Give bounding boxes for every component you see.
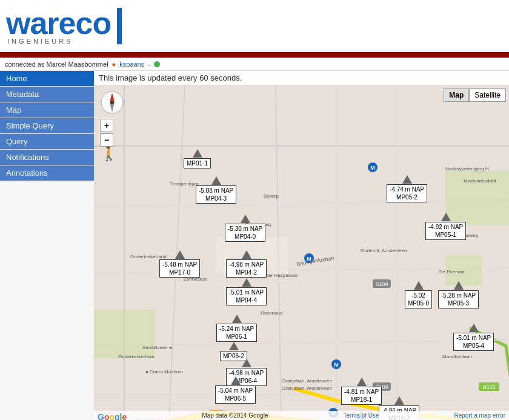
compass-svg (100, 90, 124, 115)
svg-text:Amstelveen ●: Amstelveen ● (142, 345, 172, 350)
logo-wareco: wareco (6, 7, 111, 39)
svg-text:● Cobra Museum: ● Cobra Museum (145, 369, 183, 375)
header: wareco INGENIEURS (0, 0, 509, 55)
zoom-out-button[interactable]: − (100, 133, 113, 147)
compass-control[interactable] (100, 90, 124, 115)
svg-text:Bijdorp: Bijdorp (264, 193, 279, 199)
sidebar-item-map-label: Map (6, 105, 21, 115)
sidebar-item-metadata[interactable]: Metadata (0, 87, 94, 102)
svg-text:Trompenburg: Trompenburg (170, 181, 199, 187)
sidebar-item-annotations-label: Annotations (6, 168, 48, 178)
marker-mp18-1[interactable]: -4.81 m NAP MP18-1 (341, 378, 382, 405)
map-type-satellite-button[interactable]: Satellite (469, 88, 506, 102)
svg-rect-11 (94, 310, 155, 358)
map-data-label: Map data ©2014 Google (202, 412, 268, 420)
report-link[interactable]: Report a map error (454, 412, 505, 420)
marker-mp05-4[interactable]: -5.01 m NAP MP05-4 (453, 324, 494, 351)
session-icon: ● (112, 61, 116, 68)
svg-text:De Evenaar: De Evenaar (439, 269, 465, 275)
sidebar-item-home-label: Home (6, 74, 27, 83)
svg-text:N522: N522 (482, 384, 496, 390)
map-container[interactable]: M M M M S109 S109 N522 N522 A9 (94, 85, 509, 420)
sidebar: Home Metadata Map Simple Query Query Not… (0, 71, 94, 420)
userbar: connected as Marcel Maasbommel ● kspaans… (0, 58, 509, 71)
marker-mp04-0[interactable]: -5.30 m NAP MP04-0 (225, 215, 265, 242)
sidebar-item-annotations[interactable]: Annotations (0, 165, 94, 181)
logo-area: wareco INGENIEURS (6, 7, 111, 45)
svg-text:M: M (370, 165, 375, 171)
svg-text:Oranjeban, Amstelveen: Oranjeban, Amstelveen (282, 385, 332, 391)
marker-mp06-1[interactable]: -5.24 m NAP MP06-1 (216, 315, 257, 342)
marker-mp05-2[interactable]: -4.74 m NAP MP05-2 (387, 175, 427, 202)
sidebar-item-query-label: Query (6, 137, 27, 146)
sidebar-item-simple-query-label: Simple Query (6, 121, 54, 130)
main-layout: Home Metadata Map Simple Query Query Not… (0, 71, 509, 420)
marker-mp05-0[interactable]: -5.02 MP05-0 (405, 281, 432, 308)
terms-link[interactable]: Terms of Use (344, 412, 379, 420)
svg-text:Rozenood: Rozenood (261, 310, 282, 316)
marker-mp06-5[interactable]: -5.04 m NAP MP06-5 (215, 376, 256, 404)
svg-text:Marathonlaan: Marathonlaan (442, 354, 472, 359)
zoom-in-button[interactable]: + (100, 119, 113, 132)
connected-label: connected as Marcel Maasbommel (5, 61, 108, 68)
sidebar-item-simple-query[interactable]: Simple Query (0, 118, 94, 134)
sidebar-item-query[interactable]: Query (0, 134, 94, 150)
sidebar-item-metadata-label: Metadata (6, 90, 39, 99)
marker-mp01-1[interactable]: MP01-1 (184, 149, 211, 168)
svg-text:S109: S109 (375, 281, 388, 287)
marker-mp04-2[interactable]: -4.98 m NAP MP04-2 (226, 250, 267, 278)
svg-text:Onderuit, Amstelveen: Onderuit, Amstelveen (361, 248, 407, 253)
map-background: M M M M S109 S109 N522 N522 A9 (94, 85, 509, 420)
sidebar-item-notifications-label: Notifications (6, 153, 49, 162)
svg-text:Ouderkerkerlaan: Ouderkerkerlaan (118, 354, 155, 359)
content-area: This image is updated every 60 seconds. (94, 71, 509, 420)
map-type-map-button[interactable]: Map (444, 88, 469, 102)
sidebar-item-map[interactable]: Map (0, 102, 94, 118)
google-logo: Google (98, 412, 127, 420)
svg-text:Machinelochtbt: Machinelochtbt (464, 178, 497, 184)
session-link[interactable]: kspaans (119, 61, 144, 68)
svg-text:Oranjeban, Amstelveen: Oranjeban, Amstelveen (282, 378, 332, 384)
marker-mp17-0[interactable]: -5.48 m NAP MP17-0 (159, 250, 200, 278)
map-type-controls: Map Satellite (444, 88, 506, 102)
session-indicator (154, 61, 160, 67)
logo-subtitle: INGENIEURS (7, 38, 111, 45)
marker-mp05-1[interactable]: -4.92 m NAP MP05-1 (425, 213, 466, 240)
svg-text:Hockeyvereniging H: Hockeyvereniging H (445, 166, 489, 172)
marker-mp04-3[interactable]: -5.08 m NAP MP04-3 (196, 176, 236, 204)
map-footer: Google Map data ©2014 Google Terms of Us… (94, 411, 509, 420)
sidebar-item-home[interactable]: Home (0, 71, 94, 87)
marker-mp04-4[interactable]: -5.01 m NAP MP04-4 (226, 278, 267, 305)
pegman-icon[interactable]: 🚶 (101, 146, 117, 162)
svg-point-63 (110, 101, 114, 104)
marker-mp05-3[interactable]: -5.28 m NAP MP05-3 (438, 281, 479, 308)
zoom-controls: + − (100, 119, 113, 147)
svg-text:M: M (334, 362, 339, 368)
sidebar-item-notifications[interactable]: Notifications (0, 150, 94, 165)
map-update-notice: This image is updated every 60 seconds. (94, 71, 509, 85)
